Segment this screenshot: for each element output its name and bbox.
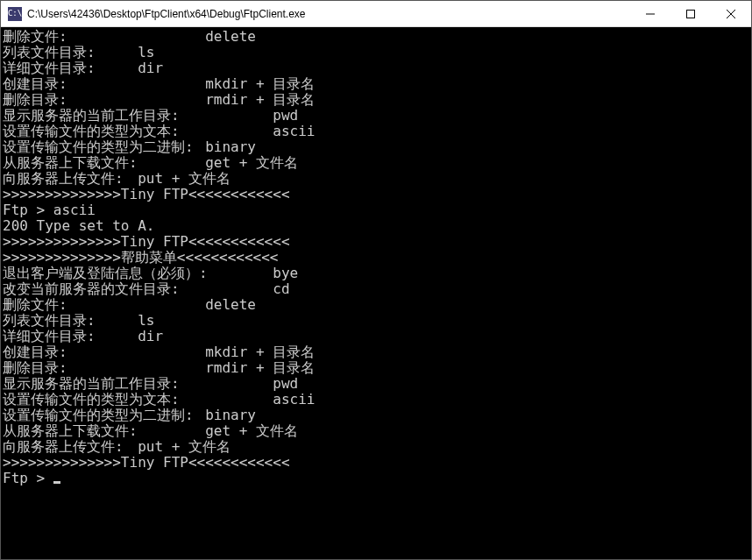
- terminal-line: 从服务器上下载文件: get + 文件名: [3, 155, 751, 171]
- terminal-prompt[interactable]: Ftp >: [3, 471, 751, 486]
- terminal-line: 显示服务器的当前工作目录: pwd: [3, 108, 751, 124]
- terminal-line: 设置传输文件的类型为二进制: binary: [3, 139, 751, 155]
- terminal-line: 删除目录: rmdir + 目录名: [3, 92, 751, 108]
- titlebar[interactable]: C:\ C:\Users\42436\Desktop\FtpClient\x64…: [1, 1, 751, 27]
- app-icon: C:\: [8, 7, 22, 21]
- app-window: C:\ C:\Users\42436\Desktop\FtpClient\x64…: [0, 0, 752, 560]
- terminal-line: 退出客户端及登陆信息（必须）: bye: [3, 266, 751, 281]
- window-controls: [630, 1, 751, 26]
- terminal-output[interactable]: 删除文件: delete列表文件目录: ls详细文件目录: dir创建目录: m…: [1, 27, 751, 559]
- maximize-icon: [686, 10, 695, 18]
- terminal-line: 删除文件: delete: [3, 297, 751, 313]
- window-title: C:\Users\42436\Desktop\FtpClient\x64\Deb…: [22, 8, 630, 20]
- terminal-line: 详细文件目录: dir: [3, 329, 751, 344]
- terminal-line: 删除目录: rmdir + 目录名: [3, 360, 751, 376]
- terminal-line: 设置传输文件的类型为二进制: binary: [3, 408, 751, 423]
- terminal-line: 向服务器上传文件: put + 文件名: [3, 171, 751, 187]
- terminal-line: 设置传输文件的类型为文本: ascii: [3, 392, 751, 408]
- terminal-line: 列表文件目录: ls: [3, 45, 751, 60]
- minimize-icon: [646, 10, 655, 18]
- close-icon: [727, 10, 735, 18]
- terminal-line: 详细文件目录: dir: [3, 60, 751, 76]
- terminal-line: 200 Type set to A.: [3, 218, 751, 234]
- terminal-line: 从服务器上下载文件: get + 文件名: [3, 423, 751, 439]
- terminal-line: 设置传输文件的类型为文本: ascii: [3, 124, 751, 139]
- terminal-line: >>>>>>>>>>>>>>Tiny FTP<<<<<<<<<<<<: [3, 187, 751, 202]
- terminal-line: >>>>>>>>>>>>>>Tiny FTP<<<<<<<<<<<<: [3, 455, 751, 471]
- terminal-line: >>>>>>>>>>>>>>Tiny FTP<<<<<<<<<<<<: [3, 234, 751, 250]
- terminal-line: 创建目录: mkdir + 目录名: [3, 344, 751, 360]
- terminal-line: 删除文件: delete: [3, 29, 751, 45]
- maximize-button[interactable]: [670, 1, 711, 26]
- terminal-line: 向服务器上传文件: put + 文件名: [3, 439, 751, 455]
- caret-icon: [53, 481, 60, 484]
- close-button[interactable]: [711, 1, 751, 26]
- terminal-line: 改变当前服务器的文件目录: cd: [3, 281, 751, 297]
- terminal-line: Ftp > ascii: [3, 202, 751, 218]
- terminal-line: 显示服务器的当前工作目录: pwd: [3, 376, 751, 392]
- minimize-button[interactable]: [630, 1, 670, 26]
- svg-rect-1: [687, 10, 695, 18]
- terminal-line: 创建目录: mkdir + 目录名: [3, 76, 751, 92]
- terminal-line: 列表文件目录: ls: [3, 313, 751, 329]
- terminal-line: >>>>>>>>>>>>>>帮助菜单<<<<<<<<<<<<: [3, 250, 751, 266]
